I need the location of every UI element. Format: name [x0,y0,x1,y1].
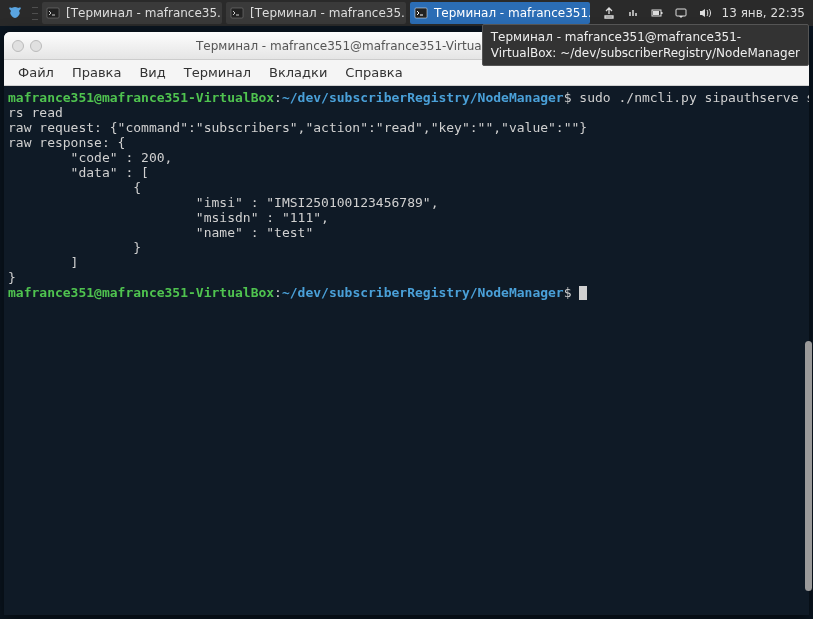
updates-icon[interactable] [602,6,616,20]
svg-rect-0 [47,8,59,18]
taskbar-label: [Терминал - mafrance35... [66,6,222,20]
menu-terminal[interactable]: Терминал [184,65,251,80]
svg-rect-4 [661,12,663,14]
svg-rect-5 [653,11,659,15]
menu-help[interactable]: Справка [345,65,402,80]
scrollbar-thumb[interactable] [805,341,812,591]
terminal-window: Терминал - mafrance351@mafrance351-Virtu… [4,32,809,615]
terminal-area[interactable]: mafrance351@mafrance351-VirtualBox:~/dev… [4,86,809,615]
clock[interactable]: 13 янв, 22:35 [722,6,805,20]
menu-edit[interactable]: Правка [72,65,121,80]
svg-rect-2 [415,8,427,18]
volume-icon[interactable] [698,6,712,20]
network-icon[interactable] [626,6,640,20]
taskbar-label: Терминал - mafrance351... [434,6,590,20]
window-minimize-button[interactable] [30,40,42,52]
taskbar-item-terminal-active[interactable]: Терминал - mafrance351... [410,2,590,24]
menu-view[interactable]: Вид [139,65,165,80]
panel-separator [32,4,38,22]
menu-tabs[interactable]: Вкладки [269,65,327,80]
battery-icon[interactable] [650,6,664,20]
taskbar-item-terminal-1[interactable]: [Терминал - mafrance35... [42,2,222,24]
tooltip-line: Терминал - mafrance351@mafrance351- [491,29,800,45]
taskbar-item-terminal-2[interactable]: [Терминал - mafrance35... [226,2,406,24]
tooltip-line: VirtualBox: ~/dev/subscriberRegistry/Nod… [491,45,800,61]
menu-file[interactable]: Файл [18,65,54,80]
taskbar-tooltip: Терминал - mafrance351@mafrance351- Virt… [482,24,809,66]
notifications-icon[interactable] [674,6,688,20]
window-close-button[interactable] [12,40,24,52]
taskbar-label: [Терминал - mafrance35... [250,6,406,20]
scrollbar[interactable] [804,86,813,607]
svg-rect-6 [676,9,686,16]
terminal-icon [414,6,428,20]
panel-left: [Терминал - mafrance35... [Терминал - ma… [0,0,592,26]
top-panel: [Терминал - mafrance35... [Терминал - ma… [0,0,813,26]
window-controls [4,40,42,52]
panel-right: 13 янв, 22:35 [602,6,813,20]
terminal-icon [46,6,60,20]
svg-rect-1 [231,8,243,18]
terminal-icon [230,6,244,20]
whisker-menu-icon[interactable] [4,2,26,24]
